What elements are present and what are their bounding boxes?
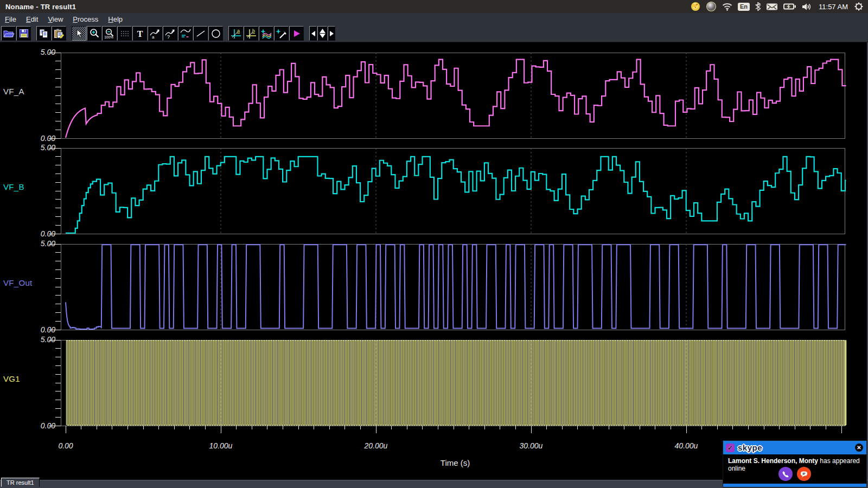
waveform-plot-area: Time (s) VF_A5.000.00VF_B5.000.00VF_Out5… — [0, 42, 868, 480]
text-tool[interactable]: T — [132, 26, 147, 41]
result-tab[interactable]: TR result1 — [1, 478, 40, 487]
volume-icon[interactable] — [801, 0, 813, 13]
x-tick-label: 30.00u — [508, 441, 554, 450]
svg-text:100%: 100% — [104, 35, 113, 38]
messenger-tray-icon[interactable] — [690, 0, 701, 13]
keyboard-layout-indicator[interactable]: En — [738, 0, 750, 13]
clock[interactable]: 11:57 AM — [819, 0, 848, 13]
signal-label-VF_Out: VF_Out — [3, 278, 33, 287]
trace-VF_B — [66, 157, 846, 233]
run-button[interactable] — [289, 26, 304, 41]
x-axis-title: Time (s) — [409, 458, 501, 467]
waveform-panel-vf-a — [46, 50, 850, 143]
zoom-out-100-tool[interactable]: 100% — [102, 26, 117, 41]
y-tick-label: 0.00 — [16, 421, 55, 430]
trace-VG1 — [66, 341, 846, 425]
y-tick-label: 5.00 — [16, 335, 55, 344]
x-axis — [46, 426, 850, 438]
x-tick-label: 20.00u — [353, 441, 399, 450]
x-tick-label: 10.00u — [198, 441, 244, 450]
waveform-panel-vg1 — [46, 338, 850, 430]
menu-view[interactable]: View — [43, 14, 68, 24]
skype-close-button[interactable]: ✕ — [855, 444, 863, 452]
paste-button[interactable] — [52, 26, 66, 41]
trace-VF_A — [66, 60, 846, 138]
skype-popup-bottom-strip — [723, 484, 866, 487]
skype-popup-titlebar: ✓ skype ✕ — [723, 441, 866, 454]
toolbar: 100% T a ? — [0, 25, 868, 42]
session-gear-icon[interactable] — [854, 0, 864, 13]
x-tick-label: 0.00 — [43, 441, 88, 450]
ellipse-tool[interactable] — [208, 26, 223, 41]
curve-legend-tool[interactable] — [178, 26, 193, 41]
skype-logo: skype — [738, 443, 762, 452]
y-tick-label: 0.00 — [16, 325, 55, 334]
svg-text:b: b — [252, 28, 255, 34]
copy-button[interactable] — [36, 26, 51, 41]
desktop-screen: Noname - TR result1 En — [0, 0, 868, 488]
line-tool[interactable] — [193, 26, 208, 41]
window-title: Noname - TR result1 — [5, 3, 76, 11]
menu-help[interactable]: Help — [103, 14, 127, 24]
svg-text:?: ? — [167, 34, 170, 39]
x-tick-label: 40.00u — [663, 441, 709, 450]
trace-VF_Out — [66, 245, 846, 329]
signal-label-VF_B: VF_B — [3, 182, 24, 191]
zoom-in-tool[interactable] — [87, 26, 101, 41]
menu-bar: File Edit View Process Help — [0, 13, 868, 25]
nav-right-button[interactable] — [328, 26, 335, 41]
signal-label-VF_A: VF_A — [3, 87, 24, 96]
save-button[interactable] — [16, 26, 31, 41]
nav-spinner[interactable] — [317, 26, 327, 41]
top-panel: Noname - TR result1 En — [0, 0, 868, 13]
y-tick-label: 5.00 — [16, 143, 55, 152]
add-waveform-tool[interactable] — [259, 26, 273, 41]
svg-text:a: a — [237, 28, 240, 34]
axis-a-tool[interactable]: a — [228, 26, 243, 41]
menu-edit[interactable]: Edit — [21, 14, 43, 24]
grid-tool[interactable] — [117, 26, 132, 41]
y-tick-label: 5.00 — [16, 48, 55, 56]
wifi-icon[interactable] — [722, 0, 733, 13]
menu-process[interactable]: Process — [68, 14, 103, 24]
battery-icon[interactable] — [783, 0, 796, 13]
bluetooth-icon[interactable] — [755, 0, 761, 13]
y-tick-label: 0.00 — [16, 229, 55, 238]
skype-notification-popup: ✓ skype ✕ Lamont S. Henderson, Monty has… — [723, 440, 867, 487]
y-tick-label: 5.00 — [16, 239, 55, 248]
open-file-button[interactable] — [1, 26, 16, 41]
pointer-tool[interactable] — [72, 26, 86, 41]
skype-call-button[interactable] — [778, 467, 793, 481]
annotate-curve-query-tool[interactable]: ? — [163, 26, 177, 41]
nav-left-button[interactable] — [309, 26, 317, 41]
skype-action-buttons — [723, 467, 866, 481]
probe-add-tool[interactable] — [274, 26, 289, 41]
y-tick-label: 0.00 — [16, 134, 55, 143]
waveform-panel-vf-b — [46, 146, 850, 238]
signal-label-VG1: VG1 — [3, 374, 20, 383]
svg-text:T: T — [137, 29, 143, 38]
system-tray: En 11:57 AM — [690, 0, 868, 13]
annotate-curve-a-tool[interactable]: a — [148, 26, 162, 41]
mail-icon[interactable] — [766, 0, 778, 13]
menu-file[interactable]: File — [0, 14, 21, 24]
skype-contact-name: Lamont S. Henderson, Monty — [728, 457, 818, 465]
axis-b-tool[interactable]: b — [244, 26, 258, 41]
svg-text:a: a — [152, 35, 155, 39]
sphere-tray-icon[interactable] — [706, 0, 717, 13]
waveform-panel-vf-out — [46, 242, 850, 334]
skype-chat-button[interactable] — [797, 467, 811, 481]
skype-check-icon: ✓ — [726, 444, 735, 452]
